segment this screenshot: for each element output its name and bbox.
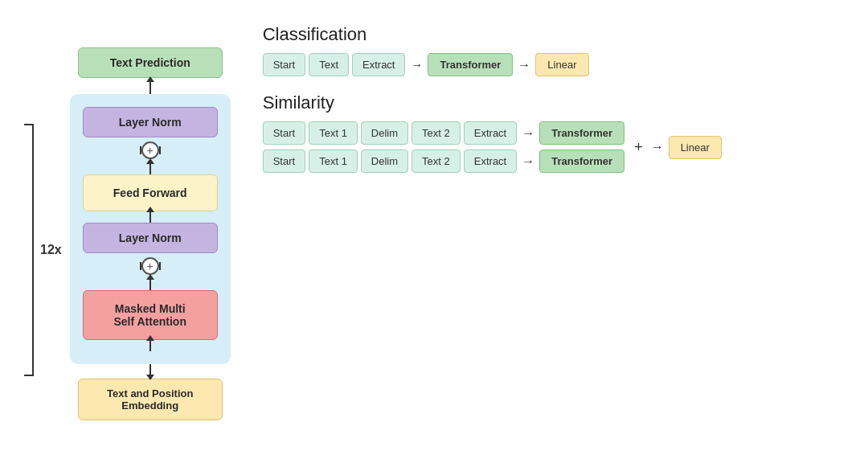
sim-out-arrow: → — [651, 140, 664, 154]
class-token-extract: Extract — [352, 53, 405, 76]
transformer-column: Text Prediction Layer Norm + — [70, 47, 231, 420]
circle-plus-top: + — [141, 141, 159, 159]
main-container: 12x Text Prediction Layer Norm + — [0, 0, 868, 467]
similarity-section: Similarity Start Text 1 Delim Text 2 Ext… — [263, 92, 844, 173]
sim1-start: Start — [263, 121, 305, 145]
arrow-up-3 — [149, 279, 151, 290]
blue-container: Layer Norm + Feed Forward — [70, 94, 231, 364]
sim2-text1: Text 1 — [309, 150, 358, 173]
embedding-label: Text and Position Embedding — [107, 387, 193, 412]
class-token-extract-label: Extract — [362, 59, 395, 71]
embedding-box: Text and Position Embedding — [78, 379, 223, 420]
arrow-to-prediction — [149, 81, 151, 94]
arrow-head-5 — [146, 375, 154, 380]
bracket-label: 12x — [24, 121, 62, 379]
class-arrow-1: → — [410, 58, 423, 72]
arrow-stub4 — [159, 262, 161, 270]
masked-attention-box: Masked Multi Self Attention — [83, 290, 218, 340]
sim2-arrow: → — [522, 154, 534, 169]
arrow-head-3 — [146, 274, 154, 280]
sim1-arrow: → — [522, 126, 534, 141]
arrow-up-2 — [149, 211, 151, 223]
class-token-start-label: Start — [273, 59, 295, 71]
similarity-title: Similarity — [263, 92, 844, 113]
classification-section: Classification Start Text Extract → Tran… — [263, 24, 844, 76]
class-arrow-2: → — [518, 58, 530, 72]
layer-norm-bottom: Layer Norm — [83, 223, 218, 253]
sim2-text1-label: Text 1 — [319, 155, 347, 167]
similarity-rows-output: Start Text 1 Delim Text 2 Extract → Tran… — [263, 121, 844, 173]
arrow-up-4 — [149, 340, 151, 351]
arrow-stub2 — [159, 146, 161, 154]
arrow-head-2 — [146, 207, 154, 212]
arrow-up-1 — [149, 163, 151, 174]
arrow-head-4 — [146, 335, 154, 341]
sim1-transformer: Transformer — [539, 121, 624, 145]
class-token-text-label: Text — [319, 59, 338, 71]
bracket-bottom — [24, 375, 34, 376]
bracket-lines — [24, 124, 34, 376]
bracket: 12x — [24, 124, 62, 376]
arrow-head-1 — [146, 158, 154, 164]
multiplier-label: 12x — [40, 243, 62, 257]
sim2-extract: Extract — [464, 150, 517, 173]
arrow-down-1 — [149, 364, 151, 375]
class-token-start: Start — [263, 53, 305, 76]
text-prediction-box: Text Prediction — [78, 47, 223, 78]
class-transformer: Transformer — [428, 53, 513, 76]
similarity-rows: Start Text 1 Delim Text 2 Extract → Tran… — [263, 121, 624, 173]
sim-row-1: Start Text 1 Delim Text 2 Extract → Tran… — [263, 121, 624, 145]
class-linear: Linear — [535, 53, 588, 76]
sim1-text1-label: Text 1 — [319, 127, 347, 139]
sim2-transformer: Transformer — [539, 150, 624, 173]
sim1-extract: Extract — [464, 121, 517, 145]
classification-flow: Start Text Extract → Transformer → Linea… — [263, 53, 844, 76]
plus-output-area: + → Linear — [631, 136, 722, 159]
class-token-text: Text — [309, 53, 349, 76]
circle-plus-bottom: + — [141, 257, 159, 275]
masked-attention-label: Masked Multi Self Attention — [113, 302, 186, 328]
bracket-vertical — [32, 125, 34, 375]
left-section: 12x Text Prediction Layer Norm + — [24, 16, 231, 451]
sim1-text1: Text 1 — [309, 121, 358, 145]
classification-title: Classification — [263, 24, 844, 45]
sim-linear: Linear — [669, 136, 722, 159]
sim2-text2: Text 2 — [411, 150, 461, 173]
arrow-head-prediction — [146, 76, 154, 82]
sim1-text2: Text 2 — [411, 121, 461, 145]
right-section: Classification Start Text Extract → Tran… — [263, 16, 844, 451]
sim1-delim: Delim — [361, 121, 408, 145]
layer-norm-top: Layer Norm — [83, 107, 218, 137]
plus-sign: + — [634, 139, 643, 156]
sim-row-2: Start Text 1 Delim Text 2 Extract → Tran… — [263, 150, 624, 173]
sim2-delim: Delim — [361, 150, 408, 173]
sim2-start: Start — [263, 150, 305, 173]
